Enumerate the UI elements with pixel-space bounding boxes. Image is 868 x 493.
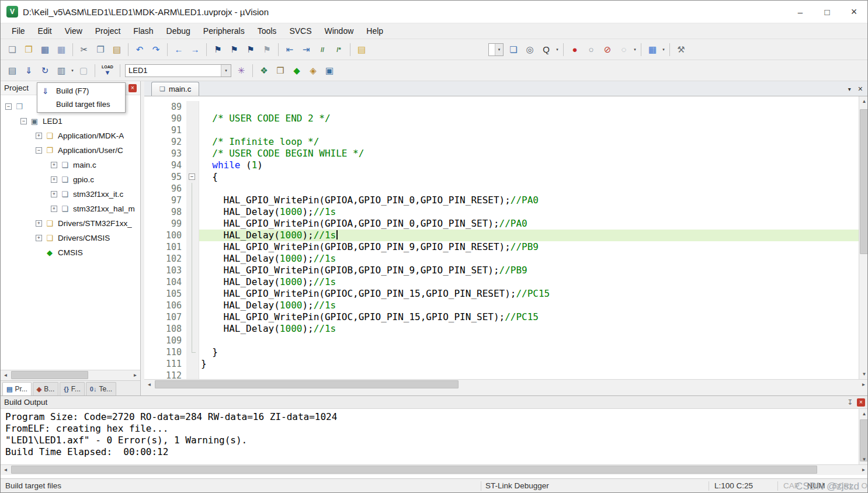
close-document-icon[interactable]: × — [858, 84, 863, 93]
breakpoint-options-icon[interactable]: ◌ — [616, 42, 631, 57]
select-packs-icon[interactable]: ◈ — [305, 63, 321, 78]
scroll-up-icon[interactable]: ▲ — [859, 96, 868, 106]
code-line[interactable]: 106 HAL_Delay(1000);//1s — [144, 300, 859, 311]
code-line[interactable]: 112 — [144, 370, 859, 379]
batch-build-icon[interactable]: ▥ — [54, 63, 69, 78]
code-line[interactable]: 105 HAL_GPIO_WritePin(GPIOC,GPIO_PIN_15,… — [144, 288, 859, 300]
menu-item-file[interactable]: File — [5, 24, 32, 38]
code-line[interactable]: 100 HAL_Delay(1000);//1s — [144, 230, 859, 241]
code-line[interactable]: 99 HAL_GPIO_WritePin(GPIOA,GPIO_PIN_0,GP… — [144, 218, 859, 230]
find-in-files-icon[interactable]: ❏ — [506, 42, 521, 57]
panel-close-icon[interactable]: × — [129, 84, 137, 92]
tree-expander-icon[interactable]: − — [20, 118, 27, 124]
menu-item-svcs[interactable]: SVCS — [283, 24, 318, 38]
code-editor[interactable]: 8990 /* USER CODE END 2 */9192 /* Infini… — [144, 96, 859, 379]
code-line[interactable]: 90 /* USER CODE END 2 */ — [144, 113, 859, 124]
code-line[interactable]: 92 /* Infinite loop */ — [144, 136, 859, 148]
menu-item-help[interactable]: Help — [360, 24, 390, 38]
tree-item-drivers-cmsis[interactable]: +❑Drivers/CMSIS — [1, 231, 140, 245]
dropdown-arrow-icon[interactable]: ▾ — [554, 47, 560, 52]
scroll-right-icon[interactable]: ► — [859, 465, 868, 475]
scroll-down-icon[interactable]: ▼ — [859, 369, 868, 379]
rebuild-icon[interactable]: ↻ — [37, 63, 53, 78]
disable-breakpoint-icon[interactable]: ○ — [584, 42, 599, 57]
build-output-log[interactable]: Program Size: Code=2720 RO-data=284 RW-d… — [1, 409, 859, 464]
undo-icon[interactable]: ↶ — [132, 42, 147, 57]
window-layout-icon[interactable]: ▦ — [645, 42, 660, 57]
navigate-forward-icon[interactable]: → — [188, 42, 203, 57]
find-icon[interactable]: ◎ — [522, 42, 537, 57]
menu-item-view[interactable]: View — [58, 24, 89, 38]
editor-vscrollbar[interactable]: ▲ ▼ — [859, 96, 868, 379]
tree-item-stm32f1xx-it-c[interactable]: +❏stm32f1xx_it.c — [1, 187, 140, 202]
code-line[interactable]: 93 /* USER CODE BEGIN WHILE */ — [144, 148, 859, 159]
runtime-environment-icon[interactable]: ◆ — [289, 63, 304, 78]
manage-project-items-icon[interactable]: ❖ — [256, 63, 272, 78]
uncomment-icon[interactable]: /* — [331, 42, 346, 57]
scroll-right-icon[interactable]: ► — [859, 380, 868, 390]
configure-icon[interactable]: ⚒ — [673, 42, 689, 57]
build-output-hscrollbar[interactable]: ◄ ► — [1, 464, 868, 475]
menu-item-peripherals[interactable]: Peripherals — [197, 24, 251, 38]
tree-expander-icon[interactable]: + — [51, 162, 57, 168]
document-list-dropdown-icon[interactable]: ▾ — [848, 86, 851, 92]
tab-main-c[interactable]: ❏ main.c — [151, 82, 199, 96]
dropdown-arrow-icon[interactable]: ▾ — [221, 65, 231, 77]
insert-breakpoint-icon[interactable]: ● — [567, 42, 582, 57]
tree-expander-icon[interactable]: + — [36, 220, 42, 227]
status-debugger[interactable]: ST-Link Debugger — [485, 481, 549, 490]
tree-expander-icon[interactable]: + — [51, 206, 57, 212]
translate-icon[interactable]: ▤ — [5, 63, 20, 78]
panel-close-icon[interactable]: × — [857, 398, 865, 407]
open-file-icon[interactable]: ❐ — [21, 42, 36, 57]
tree-expander-icon[interactable]: + — [36, 133, 42, 139]
project-hscrollbar[interactable]: ◄ ► — [1, 370, 140, 380]
bookmark-next-icon[interactable]: ⚑ — [243, 42, 258, 57]
menu-item-window[interactable]: Window — [318, 24, 360, 38]
dropdown-arrow-icon[interactable]: ▾ — [632, 47, 638, 52]
tree-item-led1[interactable]: −▣LED1 — [1, 114, 140, 129]
menu-item-debug[interactable]: Debug — [160, 24, 197, 38]
new-file-icon[interactable]: ❏ — [5, 42, 20, 57]
redo-icon[interactable]: ↷ — [148, 42, 164, 57]
tree-expander-icon[interactable]: + — [51, 176, 57, 183]
code-line[interactable]: 101 HAL_GPIO_WritePin(GPIOB,GPIO_PIN_9,G… — [144, 241, 859, 253]
code-line[interactable]: 98 HAL_Delay(1000);//1s — [144, 206, 859, 218]
tree-item-main-c[interactable]: +❏main.c — [1, 158, 140, 172]
fold-marker-icon[interactable]: − — [189, 173, 195, 180]
minimize-button[interactable]: – — [787, 1, 814, 23]
dropdown-arrow-icon[interactable]: ▾ — [495, 44, 503, 55]
tree-expander-icon[interactable]: + — [36, 235, 42, 241]
navigate-back-icon[interactable]: ← — [171, 42, 186, 57]
dropdown-arrow-icon[interactable]: ▾ — [661, 47, 666, 52]
code-line[interactable]: 103 HAL_GPIO_WritePin(GPIOB,GPIO_PIN_9,G… — [144, 265, 859, 276]
code-line[interactable]: 111} — [144, 358, 859, 370]
maximize-button[interactable]: □ — [814, 1, 841, 23]
code-line[interactable]: 110 } — [144, 346, 859, 358]
save-icon[interactable]: ▦ — [37, 42, 53, 57]
file-extensions-icon[interactable]: ❒ — [273, 63, 288, 78]
bookmark-prev-icon[interactable]: ⚑ — [227, 42, 242, 57]
code-line[interactable]: 97 HAL_GPIO_WritePin(GPIOA,GPIO_PIN_0,GP… — [144, 195, 859, 206]
save-all-icon[interactable]: ▦ — [54, 42, 69, 57]
target-select[interactable]: LED1▾ — [125, 64, 231, 77]
build-output-vscrollbar[interactable]: ▲ ▼ — [859, 409, 868, 464]
menu-item-edit[interactable]: Edit — [32, 24, 58, 38]
quick-find-icon[interactable]: Q — [539, 42, 554, 57]
scrollbar-thumb[interactable] — [11, 466, 817, 474]
code-line[interactable]: 109 — [144, 335, 859, 346]
insert-template-icon[interactable]: ▤ — [354, 42, 369, 57]
pack-installer-icon[interactable]: ▣ — [322, 63, 337, 78]
code-line[interactable]: 107 HAL_GPIO_WritePin(GPIOC,GPIO_PIN_15,… — [144, 311, 859, 323]
paste-icon[interactable]: ▤ — [109, 42, 124, 57]
menu-item-project[interactable]: Project — [89, 24, 127, 38]
scroll-right-icon[interactable]: ► — [130, 370, 140, 380]
menu-item-tools[interactable]: Tools — [251, 24, 283, 38]
code-line[interactable]: 104 HAL_Delay(1000);//1s — [144, 276, 859, 288]
cut-icon[interactable]: ✂ — [77, 42, 92, 57]
scroll-left-icon[interactable]: ◄ — [144, 380, 154, 390]
code-line[interactable]: 91 — [144, 124, 859, 136]
scroll-left-icon[interactable]: ◄ — [1, 370, 11, 380]
menu-item-flash[interactable]: Flash — [127, 24, 159, 38]
tree-item-application-mdk-a[interactable]: +❑Application/MDK-A — [1, 129, 140, 143]
